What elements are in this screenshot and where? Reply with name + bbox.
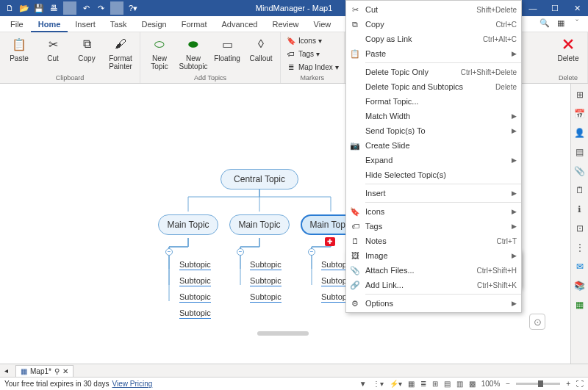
qat-new-icon[interactable]: 🗋: [3, 1, 16, 15]
tags-button[interactable]: 🏷Tags ▾: [284, 47, 341, 60]
tab-scroll-left[interactable]: ◂: [0, 366, 8, 375]
context-item-icons[interactable]: 🔖Icons▶: [346, 204, 521, 219]
power-filter-icon[interactable]: ⚡▾: [390, 380, 402, 388]
collapse-ribbon-icon[interactable]: ˇ: [570, 16, 584, 29]
context-item-attach-files[interactable]: 📎Attach Files...Ctrl+Shift+H: [346, 263, 521, 278]
context-item-format-topic[interactable]: Format Topic...: [346, 94, 521, 109]
tab-review[interactable]: Review: [265, 16, 306, 32]
panel-notes-icon[interactable]: 🗒: [573, 184, 587, 197]
zoom-slider[interactable]: [516, 383, 560, 385]
floating-button[interactable]: ▭Floating: [211, 34, 243, 72]
panel-calendar-icon[interactable]: 📅: [573, 107, 587, 120]
filter-icon[interactable]: ▼: [359, 380, 367, 388]
expander-icon[interactable]: −: [165, 248, 173, 256]
view-gantt-icon[interactable]: ⊞: [432, 380, 438, 388]
status-menu-icon[interactable]: ⋮▾: [373, 380, 384, 388]
context-item-send-topic-s-to[interactable]: Send Topic(s) To▶: [346, 123, 521, 138]
qat-undo-icon[interactable]: ↶: [79, 1, 93, 15]
new-topic-button[interactable]: ⬭New Topic: [143, 34, 176, 72]
view-map-icon[interactable]: ▦: [408, 380, 415, 388]
map-index-button[interactable]: ≣Map Index ▾: [284, 60, 341, 73]
panel-gantt-icon[interactable]: ⋮: [573, 241, 587, 254]
context-item-delete-topic-and-subtopics[interactable]: Delete Topic and SubtopicsDelete: [346, 79, 521, 94]
copy-button[interactable]: ⧉Copy: [71, 34, 103, 72]
tab-view[interactable]: View: [306, 16, 339, 32]
horizontal-scrollbar[interactable]: [257, 331, 309, 336]
subtopic-node[interactable]: Subtopic: [250, 276, 282, 286]
main-topic-node[interactable]: Main Topic: [158, 214, 218, 235]
maximize-button[interactable]: ☐: [544, 0, 566, 16]
context-item-notes[interactable]: 🗒NotesCtrl+T: [346, 234, 521, 248]
context-item-options[interactable]: ⚙Options▶: [346, 296, 521, 311]
context-item-tags[interactable]: 🏷Tags▶: [346, 219, 521, 234]
subtopic-node[interactable]: Subtopic: [179, 276, 211, 286]
document-tab[interactable]: ▦ Map1* ⚲ ✕: [15, 365, 74, 377]
context-item-copy[interactable]: ⧉CopyCtrl+C: [346, 17, 521, 32]
locate-icon[interactable]: ⊙: [529, 314, 545, 330]
view-schedule-icon[interactable]: ▤: [444, 380, 451, 388]
new-subtopic-button[interactable]: ⬬New Subtopic: [177, 34, 209, 72]
paste-button[interactable]: 📋Paste: [3, 34, 35, 72]
zoom-in-icon[interactable]: +: [566, 380, 570, 388]
context-item-expand[interactable]: Expand▶: [346, 153, 521, 167]
view-icon-icon[interactable]: ▥: [456, 380, 463, 388]
context-item-image[interactable]: 🖼Image▶: [346, 248, 521, 263]
panel-info-icon[interactable]: ℹ: [573, 203, 587, 216]
context-item-create-slide[interactable]: 📷Create Slide: [346, 138, 521, 153]
doc-close-icon[interactable]: ✕: [62, 367, 68, 375]
tab-task[interactable]: Task: [103, 16, 135, 32]
tab-home[interactable]: Home: [31, 16, 68, 32]
grid-icon[interactable]: ▦: [554, 16, 567, 29]
panel-tasks-icon[interactable]: ⊞: [573, 88, 587, 101]
tab-design[interactable]: Design: [134, 16, 173, 32]
qat-print-icon[interactable]: 🖶: [47, 1, 60, 15]
doc-pin-icon[interactable]: ⚲: [54, 367, 60, 375]
zoom-out-icon[interactable]: −: [506, 380, 510, 388]
qat-redo-icon[interactable]: ↷: [94, 1, 107, 15]
expander-icon[interactable]: −: [308, 248, 315, 256]
callout-button[interactable]: ◊Callout: [245, 34, 277, 72]
search-icon[interactable]: 🔍: [538, 16, 551, 29]
subtopic-node[interactable]: Subtopic: [250, 292, 282, 303]
context-item-label: Create Slide: [365, 141, 410, 150]
qat-save-icon[interactable]: 💾: [32, 1, 46, 15]
expander-icon[interactable]: −: [237, 248, 244, 256]
delete-button[interactable]: Delete: [552, 34, 584, 64]
context-item-match-width[interactable]: Match Width▶: [346, 109, 521, 123]
subtopic-node[interactable]: Subtopic: [179, 260, 211, 270]
tab-insert[interactable]: Insert: [68, 16, 103, 32]
panel-people-icon[interactable]: 👤: [573, 126, 587, 140]
panel-library-icon[interactable]: 📚: [573, 279, 587, 292]
subtopic-node[interactable]: Subtopic: [179, 308, 211, 319]
context-item-hide-selected-topic-s[interactable]: Hide Selected Topic(s): [346, 167, 521, 182]
panel-resources-icon[interactable]: ▤: [573, 145, 587, 159]
minimize-button[interactable]: —: [522, 0, 544, 16]
qat-open-icon[interactable]: 📂: [18, 1, 31, 15]
view-tag-icon[interactable]: ▩: [469, 380, 476, 388]
central-topic-node[interactable]: Central Topic: [220, 169, 298, 189]
main-topic-node[interactable]: Main Topic: [229, 214, 290, 235]
qat-help-icon[interactable]: ?▾: [126, 1, 140, 15]
panel-browser-icon[interactable]: ⊡: [573, 222, 587, 235]
context-item-cut[interactable]: ✂CutShift+Delete: [346, 2, 521, 17]
panel-excel-icon[interactable]: ▦: [573, 298, 587, 311]
subtopic-node[interactable]: Subtopic: [179, 292, 211, 303]
fit-map-icon[interactable]: ⛶: [576, 380, 584, 388]
context-item-insert[interactable]: Insert▶: [346, 186, 521, 201]
context-item-add-link[interactable]: 🔗Add Link...Ctrl+Shift+K: [346, 278, 521, 292]
icons-button[interactable]: 🔖Icons ▾: [284, 34, 341, 47]
context-item-delete-topic-only[interactable]: Delete Topic OnlyCtrl+Shift+Delete: [346, 65, 521, 79]
context-item-copy-as-link[interactable]: Copy as LinkCtrl+Alt+C: [346, 32, 521, 46]
tab-format[interactable]: Format: [174, 16, 215, 32]
subtopic-node[interactable]: Subtopic: [250, 260, 282, 270]
panel-outlook-icon[interactable]: ✉: [573, 260, 587, 273]
context-item-paste[interactable]: 📋Paste▶: [346, 46, 521, 61]
view-outline-icon[interactable]: ≣: [420, 380, 426, 388]
view-pricing-link[interactable]: View Pricing: [112, 380, 153, 388]
format-painter-button[interactable]: 🖌Format Painter: [104, 34, 137, 72]
close-button[interactable]: ✕: [566, 0, 588, 16]
tab-file[interactable]: File: [3, 16, 31, 32]
cut-button[interactable]: ✂Cut: [37, 34, 69, 72]
panel-attachments-icon[interactable]: 📎: [573, 165, 587, 178]
tab-advanced[interactable]: Advanced: [215, 16, 265, 32]
